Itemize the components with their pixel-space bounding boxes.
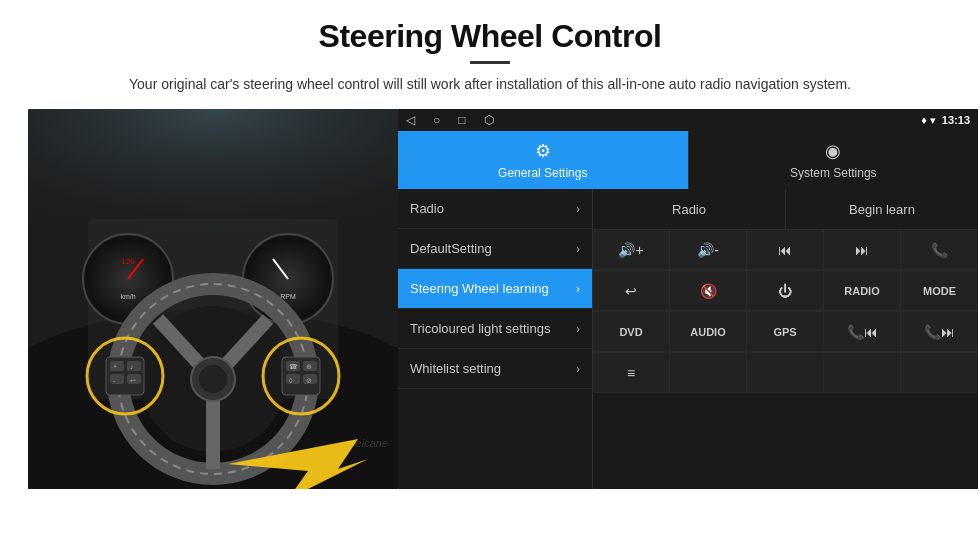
power-button[interactable]: ⏻ [747, 271, 824, 311]
mode-label: MODE [923, 285, 956, 297]
car-image: 120 km/h RPM [28, 109, 398, 489]
chevron-icon: › [576, 202, 580, 216]
car-image-bg: 120 km/h RPM [28, 109, 398, 489]
control-grid-row3: DVD AUDIO GPS 📞⏮ 📞⏭ [593, 311, 978, 352]
audio-label: AUDIO [690, 326, 725, 338]
call-next-icon: 📞⏭ [924, 324, 955, 340]
nav-icons: ◁ ○ □ ⬡ [406, 113, 494, 127]
chevron-icon: › [576, 362, 580, 376]
clock: 13:13 [942, 114, 970, 126]
back-icon[interactable]: ◁ [406, 113, 415, 127]
page-title: Steering Wheel Control [40, 18, 940, 55]
svg-text:⊘: ⊘ [306, 377, 312, 384]
svg-point-20 [199, 365, 227, 393]
menu-controls: Radio › DefaultSetting › Steering Wheel … [398, 189, 978, 489]
svg-text:km/h: km/h [120, 293, 135, 300]
control-grid-row4: ≡ [593, 352, 978, 393]
begin-learn-label: Begin learn [849, 202, 915, 217]
settings-gear-icon: ⚙ [535, 140, 551, 162]
empty-btn-3 [824, 353, 901, 393]
call-prev-icon: 📞⏮ [847, 324, 878, 340]
dvd-label: DVD [619, 326, 642, 338]
title-divider [470, 61, 510, 64]
control-top-row: Radio Begin learn [593, 189, 978, 229]
call-prev-button[interactable]: 📞⏮ [824, 312, 901, 352]
tab-system-settings[interactable]: ◉ System Settings [688, 131, 979, 189]
list-button[interactable]: ≡ [593, 353, 670, 393]
menu-item-radio[interactable]: Radio › [398, 189, 592, 229]
menu-item-default-setting[interactable]: DefaultSetting › [398, 229, 592, 269]
main-content: 120 km/h RPM [0, 103, 980, 493]
menu-whitelist-label: Whitelist setting [410, 361, 576, 376]
tabs-row: ⚙ General Settings ◉ System Settings [398, 131, 978, 189]
menu-item-tricoloured[interactable]: Tricoloured light settings › [398, 309, 592, 349]
control-grid-row1: 🔊+ 🔊- ⏮ ⏭ 📞 [593, 229, 978, 270]
left-menu: Radio › DefaultSetting › Steering Wheel … [398, 189, 593, 489]
menu-default-label: DefaultSetting [410, 241, 576, 256]
android-screen: ◁ ○ □ ⬡ ♦ ▾ 13:13 ⚙ General Settings ◉ [398, 109, 978, 489]
svg-text:☎: ☎ [289, 363, 298, 370]
tab-general-settings[interactable]: ⚙ General Settings [398, 131, 688, 189]
menu-radio-label: Radio [410, 201, 576, 216]
gps-label: GPS [773, 326, 796, 338]
audio-button[interactable]: AUDIO [670, 312, 747, 352]
radio-label: Radio [593, 189, 786, 229]
begin-learn-button[interactable]: Begin learn [786, 189, 978, 229]
right-controls: Radio Begin learn 🔊+ 🔊- [593, 189, 978, 489]
chevron-icon: › [576, 322, 580, 336]
chevron-icon: › [576, 242, 580, 256]
mode-button[interactable]: MODE [901, 271, 978, 311]
svg-text:↩: ↩ [130, 377, 136, 384]
tab-general-label: General Settings [498, 166, 587, 180]
prev-icon: ⏮ [778, 242, 792, 258]
gps-button[interactable]: GPS [747, 312, 824, 352]
dvd-button[interactable]: DVD [593, 312, 670, 352]
list-icon: ≡ [627, 365, 635, 381]
radio-text: Radio [672, 202, 706, 217]
menu-icon[interactable]: ⬡ [484, 113, 494, 127]
radio-btn-label: RADIO [844, 285, 879, 297]
signal-icon: ♦ ▾ [921, 114, 936, 127]
mute-button[interactable]: 🔇 [670, 271, 747, 311]
vol-up-button[interactable]: 🔊+ [593, 230, 670, 270]
vol-down-icon: 🔊- [697, 242, 719, 258]
svg-text:⊕: ⊕ [306, 363, 312, 370]
home-icon[interactable]: ○ [433, 113, 440, 127]
menu-tricoloured-label: Tricoloured light settings [410, 321, 576, 336]
radio-button[interactable]: RADIO [824, 271, 901, 311]
control-grid-row2: ↩ 🔇 ⏻ RADIO MODE [593, 270, 978, 311]
status-icons: ♦ ▾ 13:13 [921, 114, 970, 127]
svg-text:RPM: RPM [280, 293, 296, 300]
page-wrapper: Steering Wheel Control Your original car… [0, 0, 980, 493]
svg-text:120: 120 [121, 257, 135, 266]
next-track-button[interactable]: ⏭ [824, 230, 901, 270]
call-icon: 📞 [931, 242, 948, 258]
prev-track-button[interactable]: ⏮ [747, 230, 824, 270]
menu-item-whitelist[interactable]: Whitelist setting › [398, 349, 592, 389]
svg-text:◊: ◊ [289, 377, 293, 384]
power-icon: ⏻ [778, 283, 792, 299]
empty-btn-4 [901, 353, 978, 393]
watermark: seicane [350, 437, 388, 449]
call-button[interactable]: 📞 [901, 230, 978, 270]
empty-btn-1 [670, 353, 747, 393]
next-icon: ⏭ [855, 242, 869, 258]
mute-icon: 🔇 [700, 283, 717, 299]
chevron-icon: › [576, 282, 580, 296]
hang-up-button[interactable]: ↩ [593, 271, 670, 311]
recents-icon[interactable]: □ [458, 113, 465, 127]
svg-text:♪: ♪ [130, 363, 134, 370]
page-subtitle: Your original car's steering wheel contr… [80, 74, 900, 95]
status-bar: ◁ ○ □ ⬡ ♦ ▾ 13:13 [398, 109, 978, 131]
tab-system-label: System Settings [790, 166, 877, 180]
menu-item-steering-wheel[interactable]: Steering Wheel learning › [398, 269, 592, 309]
call-next-button[interactable]: 📞⏭ [901, 312, 978, 352]
empty-btn-2 [747, 353, 824, 393]
system-icon: ◉ [825, 140, 841, 162]
vol-up-icon: 🔊+ [618, 242, 643, 258]
page-header: Steering Wheel Control Your original car… [0, 0, 980, 103]
menu-steering-label: Steering Wheel learning [410, 281, 576, 296]
hangup-icon: ↩ [625, 283, 637, 299]
vol-down-button[interactable]: 🔊- [670, 230, 747, 270]
svg-text:+: + [113, 363, 117, 370]
